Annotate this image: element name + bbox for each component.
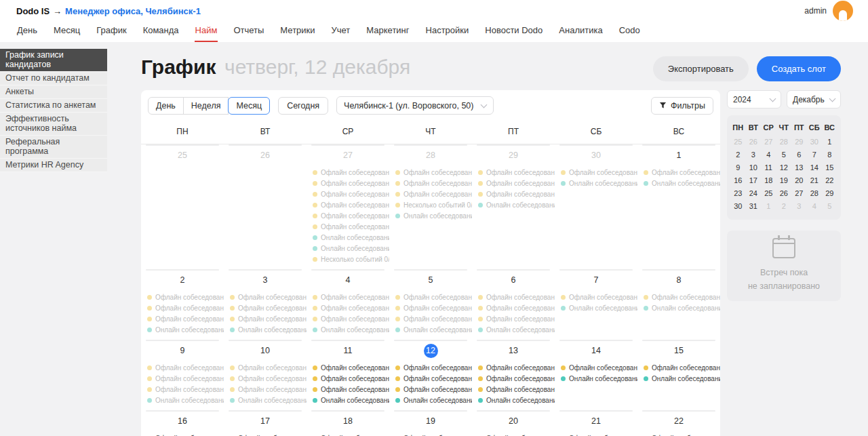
- calendar-event[interactable]: Офлайн собеседование...: [389, 189, 472, 199]
- calendar-event[interactable]: Офлайн собеседование...: [141, 384, 224, 395]
- calendar-event[interactable]: Онлайн собеседование...: [307, 243, 389, 254]
- calendar-date[interactable]: 3: [224, 273, 307, 288]
- mini-calendar-day[interactable]: 28: [807, 187, 823, 200]
- calendar-event[interactable]: Офлайн собеседование...: [637, 292, 720, 302]
- calendar-event[interactable]: Офлайн собеседование...: [224, 292, 307, 302]
- calendar-event[interactable]: Онлайн собеседование...: [307, 395, 389, 405]
- sidebar-item-2[interactable]: Отчет по кандидатам: [0, 72, 107, 85]
- calendar-date[interactable]: 2: [141, 273, 224, 288]
- nav-tab-12[interactable]: Аналитика: [558, 22, 603, 42]
- calendar-date[interactable]: 16: [141, 414, 224, 429]
- calendar-date[interactable]: 6: [472, 273, 555, 288]
- calendar-event[interactable]: Онлайн собеседование...: [307, 324, 389, 335]
- avatar[interactable]: [833, 1, 853, 21]
- nav-tab-1[interactable]: День: [16, 22, 38, 42]
- calendar-event[interactable]: Офлайн собеседование...: [224, 384, 307, 395]
- calendar-date[interactable]: 14: [555, 344, 637, 358]
- calendar-event[interactable]: Онлайн собеседование...: [307, 232, 389, 243]
- calendar-event[interactable]: Онлайн собеседование...: [472, 395, 555, 405]
- mini-calendar-day[interactable]: 3: [746, 148, 762, 161]
- mini-calendar-day[interactable]: 18: [761, 174, 776, 187]
- nav-tab-13[interactable]: Codo: [618, 22, 641, 42]
- export-button[interactable]: Экспортировать: [653, 56, 749, 81]
- calendar-date[interactable]: 15: [637, 344, 720, 358]
- calendar-date[interactable]: 9: [141, 344, 224, 358]
- calendar-event[interactable]: Несколько событий 0/6: [307, 254, 389, 264]
- calendar-event[interactable]: Офлайн собеседование...: [141, 313, 224, 324]
- calendar-event[interactable]: Офлайн собеседование...: [472, 373, 555, 384]
- mini-calendar-day[interactable]: 22: [822, 174, 837, 187]
- calendar-event[interactable]: Онлайн собеседование...: [472, 324, 555, 335]
- mini-calendar-day[interactable]: 1: [822, 136, 837, 148]
- mini-calendar-day[interactable]: 27: [791, 187, 807, 200]
- mini-calendar-day[interactable]: 17: [746, 174, 762, 187]
- calendar-event[interactable]: Офлайн собеседование...: [389, 292, 472, 302]
- nav-tab-8[interactable]: Учет: [331, 22, 351, 42]
- calendar-event[interactable]: Онлайн собеседование...: [224, 324, 307, 335]
- calendar-event[interactable]: Офлайн собеседование...: [472, 302, 555, 313]
- calendar-event[interactable]: Офлайн собеседование...: [141, 302, 224, 313]
- calendar-event[interactable]: Офлайн собеседование...: [555, 362, 637, 373]
- calendar-event[interactable]: Офлайн собеседование...: [389, 362, 472, 373]
- calendar-date[interactable]: 25: [141, 148, 224, 163]
- calendar-event[interactable]: Офлайн собеседование...: [472, 178, 555, 189]
- sidebar-item-5[interactable]: Эффективность источников найма: [0, 113, 107, 136]
- calendar-date[interactable]: 28: [389, 148, 472, 163]
- calendar-event[interactable]: Офлайн собеседование...: [389, 178, 472, 189]
- view-option-Месяц[interactable]: Месяц: [228, 97, 270, 115]
- calendar-event[interactable]: Офлайн собеседование...: [472, 292, 555, 302]
- calendar-event[interactable]: Онлайн собеседование...: [637, 178, 720, 189]
- mini-calendar-day[interactable]: 7: [807, 148, 823, 161]
- calendar-event[interactable]: Онлайн собеседование...: [389, 210, 472, 221]
- calendar-date[interactable]: 26: [224, 148, 307, 163]
- mini-calendar-day[interactable]: 29: [822, 187, 837, 200]
- calendar-event[interactable]: Офлайн собеседование...: [472, 433, 555, 436]
- mini-calendar-day[interactable]: 2: [730, 148, 746, 161]
- mini-calendar-day[interactable]: 25: [761, 187, 776, 200]
- today-button[interactable]: Сегодня: [278, 97, 328, 115]
- filters-button[interactable]: Фильтры: [651, 97, 713, 115]
- sidebar-item-4[interactable]: Статистика по анкетам: [0, 99, 107, 113]
- calendar-date[interactable]: 5: [389, 273, 472, 288]
- mini-calendar-day[interactable]: 2: [776, 200, 792, 213]
- year-select[interactable]: 2024: [727, 90, 781, 108]
- calendar-date[interactable]: 20: [472, 414, 555, 429]
- calendar-event[interactable]: Офлайн собеседование...: [224, 313, 307, 324]
- calendar-event[interactable]: Офлайн собеседование...: [555, 167, 637, 178]
- mini-calendar-day[interactable]: 1: [761, 200, 776, 213]
- calendar-event[interactable]: Онлайн собеседование...: [141, 324, 224, 335]
- calendar-event[interactable]: Несколько событий 0/6: [389, 199, 472, 210]
- mini-calendar-day[interactable]: 28: [776, 136, 792, 148]
- calendar-event[interactable]: Офлайн собеседование...: [307, 292, 389, 302]
- mini-calendar-day[interactable]: 23: [730, 187, 746, 200]
- calendar-event[interactable]: Офлайн собеседование...: [637, 362, 720, 373]
- nav-tab-4[interactable]: Команда: [142, 22, 180, 42]
- nav-tab-6[interactable]: Отчеты: [233, 22, 264, 42]
- create-slot-button[interactable]: Создать слот: [757, 56, 841, 81]
- calendar-date[interactable]: 27: [307, 148, 389, 163]
- nav-tab-5[interactable]: Найм: [195, 22, 218, 42]
- calendar-date[interactable]: 30: [555, 148, 637, 163]
- calendar-event[interactable]: Онлайн собеседование...: [637, 302, 720, 313]
- calendar-event[interactable]: Офлайн собеседование...: [224, 362, 307, 373]
- view-option-День[interactable]: День: [148, 97, 184, 115]
- calendar-date[interactable]: 17: [224, 414, 307, 429]
- calendar-event[interactable]: Офлайн собеседование...: [307, 210, 389, 221]
- mini-calendar-day[interactable]: 3: [791, 200, 807, 213]
- view-option-Неделя[interactable]: Неделя: [183, 97, 229, 115]
- calendar-event[interactable]: Офлайн собеседование...: [472, 313, 555, 324]
- mini-calendar-day[interactable]: 14: [807, 161, 823, 174]
- calendar-event[interactable]: Офлайн собеседование...: [307, 221, 389, 232]
- calendar-event[interactable]: Офлайн собеседование...: [307, 384, 389, 395]
- mini-calendar-day[interactable]: 13: [791, 161, 807, 174]
- calendar-event[interactable]: Офлайн собеседование...: [307, 313, 389, 324]
- calendar-event[interactable]: Офлайн собеседование...: [472, 189, 555, 199]
- calendar-date[interactable]: 12: [389, 344, 472, 358]
- mini-calendar-day[interactable]: 26: [746, 136, 762, 148]
- mini-calendar-day[interactable]: 29: [791, 136, 807, 148]
- calendar-event[interactable]: Офлайн собеседование...: [555, 292, 637, 302]
- mini-calendar-day[interactable]: 20: [791, 174, 807, 187]
- calendar-date[interactable]: 21: [555, 414, 637, 429]
- calendar-event[interactable]: Онлайн собеседование...: [555, 373, 637, 384]
- calendar-date[interactable]: 7: [555, 273, 637, 288]
